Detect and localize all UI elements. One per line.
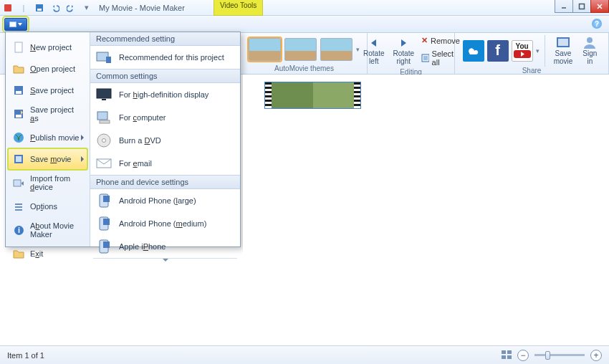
svg-rect-15 xyxy=(16,91,21,94)
svg-rect-4 xyxy=(580,4,585,9)
automovie-theme-1[interactable] xyxy=(249,38,281,61)
exit-icon xyxy=(12,247,25,260)
menu-about[interactable]: i About Movie Maker xyxy=(8,217,87,243)
preset-android-large[interactable]: Android Phone (large) xyxy=(90,189,240,212)
svg-rect-11 xyxy=(558,39,568,46)
email-icon xyxy=(96,156,112,171)
folder-open-icon xyxy=(12,62,25,75)
automovie-theme-2[interactable] xyxy=(284,38,317,61)
application-menu-panel: New project Open project Save project Sa… xyxy=(5,32,241,247)
zoom-in-button[interactable]: + xyxy=(590,350,602,361)
automovie-theme-3[interactable] xyxy=(320,38,353,61)
svg-rect-21 xyxy=(14,180,21,186)
svg-rect-30 xyxy=(102,99,106,100)
svg-rect-17 xyxy=(16,115,21,118)
svg-text:i: i xyxy=(17,226,19,234)
svg-rect-28 xyxy=(106,57,111,63)
view-thumbnails-icon[interactable] xyxy=(502,350,512,360)
app-menu-left-column: New project Open project Save project Sa… xyxy=(6,32,90,246)
menu-save-project[interactable]: Save project xyxy=(8,80,87,101)
svg-point-34 xyxy=(102,139,106,143)
svg-rect-37 xyxy=(103,196,110,202)
svg-rect-20 xyxy=(16,156,21,162)
preset-dvd[interactable]: Burn a DVD xyxy=(90,129,240,152)
chevron-down-icon[interactable]: ▾ xyxy=(536,47,540,54)
preset-iphone[interactable]: Apple iPhone xyxy=(90,235,240,258)
help-button[interactable]: ? xyxy=(592,19,602,29)
svg-point-12 xyxy=(587,37,593,43)
preset-email[interactable]: For email xyxy=(90,152,240,175)
svg-rect-43 xyxy=(507,350,512,354)
svg-rect-24 xyxy=(15,209,22,211)
dvd-icon xyxy=(96,133,112,148)
filmreel-small-icon xyxy=(12,153,25,166)
chevron-right-icon xyxy=(81,135,84,140)
svg-rect-0 xyxy=(4,4,11,11)
qat-dropdown-icon[interactable]: ▾ xyxy=(82,3,92,13)
menu-exit[interactable]: Exit xyxy=(8,243,87,264)
menu-save-movie[interactable]: Save movie xyxy=(8,148,87,170)
preset-computer[interactable]: For computer xyxy=(90,106,240,129)
save-movie-button[interactable]: Save movie xyxy=(550,34,577,67)
section-common: Common settings xyxy=(90,69,240,83)
expand-more-button[interactable] xyxy=(93,258,237,262)
app-icon xyxy=(3,3,13,13)
svg-rect-31 xyxy=(97,112,107,120)
menu-import-device[interactable]: Import from device xyxy=(8,170,87,196)
share-facebook-button[interactable]: f xyxy=(487,40,509,62)
section-recommended: Recommended setting xyxy=(90,32,240,46)
user-icon xyxy=(582,36,597,49)
svg-rect-42 xyxy=(502,350,506,354)
preset-android-medium[interactable]: Android Phone (medium) xyxy=(90,212,240,235)
filmreel-icon xyxy=(555,36,571,49)
rotate-left-button[interactable]: Rotate left xyxy=(360,36,388,67)
phone-icon xyxy=(96,239,112,254)
section-phone: Phone and device settings xyxy=(90,175,240,189)
minimize-button[interactable] xyxy=(555,0,573,13)
redo-icon[interactable] xyxy=(66,3,76,13)
rotate-left-icon xyxy=(368,37,380,49)
zoom-slider[interactable] xyxy=(534,354,585,356)
rotate-right-button[interactable]: Rotate right xyxy=(390,36,418,67)
window-title: My Movie - Movie Maker xyxy=(99,4,185,12)
save-icon[interactable] xyxy=(34,3,44,13)
menu-options[interactable]: Options xyxy=(8,196,87,217)
slider-thumb[interactable] xyxy=(545,351,550,360)
svg-rect-23 xyxy=(15,206,22,208)
preset-hd[interactable]: For high-definition display xyxy=(90,83,240,106)
close-button[interactable] xyxy=(590,0,609,13)
select-all-icon xyxy=(421,54,429,62)
options-icon xyxy=(12,200,25,213)
menu-save-project-as[interactable]: Save project as xyxy=(8,101,87,127)
svg-point-18 xyxy=(14,133,24,143)
maximize-button[interactable] xyxy=(572,0,591,13)
computer-icon xyxy=(96,110,112,125)
rotate-right-icon xyxy=(397,37,410,49)
monitor-icon xyxy=(96,87,112,102)
undo-icon[interactable] xyxy=(50,3,60,13)
share-skydrive-button[interactable] xyxy=(463,40,484,62)
svg-rect-13 xyxy=(15,42,22,52)
save-as-icon xyxy=(12,107,25,120)
menu-open-project[interactable]: Open project xyxy=(8,58,87,80)
document-icon xyxy=(12,41,25,54)
svg-rect-39 xyxy=(103,219,110,225)
video-clip-1[interactable] xyxy=(264,82,361,109)
zoom-out-button[interactable]: − xyxy=(517,350,529,361)
storyboard-area[interactable] xyxy=(243,75,609,345)
svg-rect-22 xyxy=(15,203,22,205)
menu-publish-movie[interactable]: Publish movie xyxy=(8,127,87,148)
status-text: Item 1 of 1 xyxy=(7,351,44,360)
share-youtube-button[interactable]: You xyxy=(512,40,533,62)
svg-rect-29 xyxy=(97,89,111,98)
group-label-automovie: AutoMovie themes xyxy=(274,64,334,74)
sign-in-button[interactable]: Sign in xyxy=(579,34,600,67)
menu-new-project[interactable]: New project xyxy=(8,37,87,58)
info-icon: i xyxy=(12,224,25,236)
remove-icon: ✕ xyxy=(421,36,428,45)
preset-recommended[interactable]: Recommended for this project xyxy=(90,46,240,69)
globe-icon xyxy=(12,131,25,144)
application-menu-button[interactable] xyxy=(4,18,27,31)
contextual-tab-video-tools[interactable]: Video Tools xyxy=(214,0,263,16)
svg-rect-44 xyxy=(502,355,506,359)
